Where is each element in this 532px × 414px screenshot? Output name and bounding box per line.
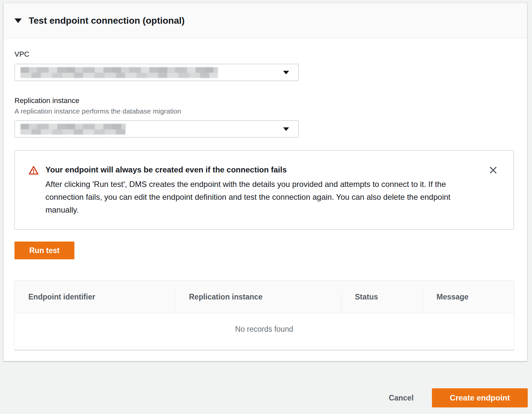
create-endpoint-button[interactable]: Create endpoint (432, 388, 528, 407)
caret-down-icon (283, 127, 289, 131)
column-header-endpoint-identifier: Endpoint identifier (14, 281, 175, 313)
form-actions: Cancel Create endpoint (389, 388, 528, 407)
results-table: Endpoint identifier Replication instance… (14, 280, 514, 350)
alert-body: After clicking 'Run test', DMS creates t… (45, 178, 457, 216)
table-header-row: Endpoint identifier Replication instance… (14, 281, 514, 313)
section-header[interactable]: Test endpoint connection (optional) (4, 3, 527, 39)
alert-text: Your endpoint will always be created eve… (45, 165, 457, 216)
warning-alert: Your endpoint will always be created eve… (14, 150, 514, 230)
vpc-label: VPC (14, 50, 514, 59)
triangle-down-icon (14, 18, 22, 23)
vpc-select[interactable] (14, 64, 299, 81)
caret-down-icon (283, 71, 289, 74)
close-icon (488, 165, 498, 175)
vpc-field-group: VPC (14, 50, 514, 81)
table-empty-state: No records found (14, 313, 514, 350)
section-title: Test endpoint connection (optional) (29, 15, 185, 26)
section-content: VPC Replication instance A replication i… (4, 39, 527, 350)
warning-triangle-icon (29, 166, 39, 175)
alert-close-button[interactable] (488, 165, 498, 176)
run-test-button[interactable]: Run test (14, 242, 74, 259)
alert-title: Your endpoint will always be created eve… (45, 165, 457, 174)
replication-instance-description: A replication instance performs the data… (14, 107, 514, 115)
replication-instance-redacted-value (20, 124, 126, 135)
column-header-status: Status (341, 281, 423, 313)
replication-instance-field-group: Replication instance A replication insta… (14, 96, 514, 138)
replication-instance-label: Replication instance (14, 96, 514, 105)
replication-instance-select[interactable] (14, 120, 299, 138)
column-header-message: Message (423, 281, 514, 313)
vpc-redacted-value (20, 67, 218, 78)
column-header-replication-instance: Replication instance (175, 281, 341, 313)
test-endpoint-connection-panel: Test endpoint connection (optional) VPC … (3, 3, 527, 361)
cancel-button[interactable]: Cancel (389, 394, 413, 402)
no-records-message: No records found (235, 325, 293, 338)
